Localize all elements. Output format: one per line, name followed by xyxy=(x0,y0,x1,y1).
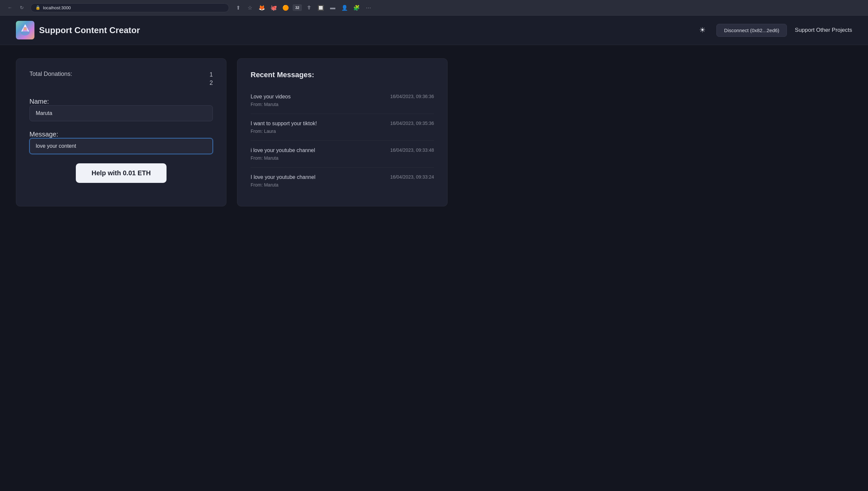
total-donations-row: Total Donations: 1 2 xyxy=(29,70,213,87)
message-item: Love your videos 16/04/2023, 09:36:36 Fr… xyxy=(251,87,434,114)
message-from-3: From: Maruta xyxy=(251,182,434,187)
message-time-3: 16/04/2023, 09:33:24 xyxy=(390,174,434,179)
message-text-3: I love your youtube channel xyxy=(251,174,385,180)
url-text: localhost:3000 xyxy=(43,5,71,10)
main-content: Total Donations: 1 2 Name: Message: Help… xyxy=(0,45,463,220)
message-top-row: I want to support your tiktok! 16/04/202… xyxy=(251,121,434,126)
app-title: Support Content Creator xyxy=(39,25,140,35)
recent-messages-title: Recent Messages: xyxy=(251,70,434,79)
name-input[interactable] xyxy=(29,105,213,121)
more-button[interactable]: ⋯ xyxy=(364,3,373,12)
ext-badge: 32 xyxy=(292,4,302,11)
message-item: i love your youtube channel 16/04/2023, … xyxy=(251,141,434,168)
address-bar[interactable]: 🔒 localhost:3000 xyxy=(30,3,229,12)
bookmark-button[interactable]: ☆ xyxy=(245,3,255,12)
message-from-1: From: Laura xyxy=(251,128,434,134)
message-text-0: Love your videos xyxy=(251,94,385,100)
disconnect-button[interactable]: Disconnect (0x82...2ed6) xyxy=(716,24,787,37)
messages-list: Love your videos 16/04/2023, 09:36:36 Fr… xyxy=(251,87,434,194)
header-right: ☀ Disconnect (0x82...2ed6) Support Other… xyxy=(696,24,852,37)
message-top-row: i love your youtube channel 16/04/2023, … xyxy=(251,147,434,153)
total-donations-label: Total Donations: xyxy=(29,70,72,78)
ext1-button[interactable]: 🦊 xyxy=(257,3,267,12)
name-field-group: Name: xyxy=(29,98,213,121)
ext2-button[interactable]: 🐙 xyxy=(269,3,279,12)
message-label: Message: xyxy=(29,131,58,138)
donations-count: 1 2 xyxy=(210,70,213,87)
browser-chrome: ← ↻ 🔒 localhost:3000 ⬆ ☆ 🦊 🐙 🟠 32 🗡 🔲 ▬ … xyxy=(0,0,868,16)
app-logo-area: Support Content Creator xyxy=(16,21,696,39)
puzzle-button[interactable]: 🧩 xyxy=(351,3,362,12)
avatar-button[interactable]: 👤 xyxy=(340,3,349,12)
lock-icon: 🔒 xyxy=(35,5,40,10)
name-label: Name: xyxy=(29,98,49,105)
reload-button[interactable]: ↻ xyxy=(17,3,27,12)
message-time-2: 16/04/2023, 09:33:48 xyxy=(390,147,434,153)
recent-messages-panel: Recent Messages: Love your videos 16/04/… xyxy=(237,58,447,206)
theme-toggle-button[interactable]: ☀ xyxy=(696,24,708,36)
message-from-0: From: Maruta xyxy=(251,102,434,107)
message-time-0: 16/04/2023, 09:36:36 xyxy=(390,94,434,99)
browser-nav-icons: ← ↻ xyxy=(5,3,27,12)
donation-form-panel: Total Donations: 1 2 Name: Message: Help… xyxy=(16,58,226,206)
message-from-2: From: Maruta xyxy=(251,155,434,161)
message-item: I love your youtube channel 16/04/2023, … xyxy=(251,168,434,194)
back-button[interactable]: ← xyxy=(5,3,14,12)
message-top-row: Love your videos 16/04/2023, 09:36:36 xyxy=(251,94,434,100)
message-input[interactable] xyxy=(29,138,213,154)
app-header: Support Content Creator ☀ Disconnect (0x… xyxy=(0,16,868,45)
donations-count-1: 1 xyxy=(210,70,213,79)
ext3-button[interactable]: 🟠 xyxy=(281,3,291,12)
message-time-1: 16/04/2023, 09:35:36 xyxy=(390,121,434,126)
help-button[interactable]: Help with 0.01 ETH xyxy=(76,163,167,183)
message-text-1: I want to support your tiktok! xyxy=(251,121,385,126)
ext5-button[interactable]: 🔲 xyxy=(316,3,326,12)
share-button[interactable]: ⬆ xyxy=(233,3,243,12)
message-text-2: i love your youtube channel xyxy=(251,147,385,153)
message-top-row: I love your youtube channel 16/04/2023, … xyxy=(251,174,434,180)
svg-point-3 xyxy=(24,28,27,30)
donations-count-2: 2 xyxy=(210,79,213,87)
message-field-group: Message: xyxy=(29,131,213,154)
support-other-projects-link[interactable]: Support Other Projects xyxy=(795,27,852,33)
ext6-button[interactable]: ▬ xyxy=(328,3,338,12)
message-item: I want to support your tiktok! 16/04/202… xyxy=(251,114,434,141)
app-logo xyxy=(16,21,34,39)
browser-toolbar-right: ⬆ ☆ 🦊 🐙 🟠 32 🗡 🔲 ▬ 👤 🧩 ⋯ xyxy=(233,3,373,12)
ext4-button[interactable]: 🗡 xyxy=(304,3,314,12)
